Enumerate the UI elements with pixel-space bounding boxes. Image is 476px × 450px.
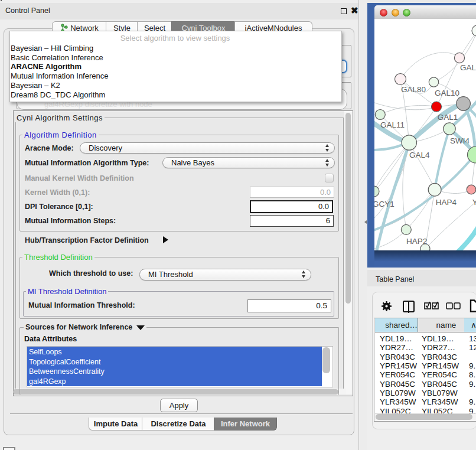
svg-text:GAL1: GAL1 bbox=[438, 113, 458, 122]
svg-text:GCY1: GCY1 bbox=[374, 200, 395, 208]
svg-text:GAL11: GAL11 bbox=[380, 120, 405, 129]
svg-text:Y: Y bbox=[472, 198, 476, 207]
svg-text:SWI4: SWI4 bbox=[450, 136, 470, 145]
svg-text:HAP4: HAP4 bbox=[436, 198, 457, 207]
svg-text:GAL10: GAL10 bbox=[435, 89, 459, 97]
svg-text:GAL7: GAL7 bbox=[460, 63, 476, 72]
svg-text:GAL4: GAL4 bbox=[409, 151, 430, 159]
svg-text:GAL80: GAL80 bbox=[401, 85, 426, 94]
svg-text:HAP2: HAP2 bbox=[406, 237, 427, 246]
